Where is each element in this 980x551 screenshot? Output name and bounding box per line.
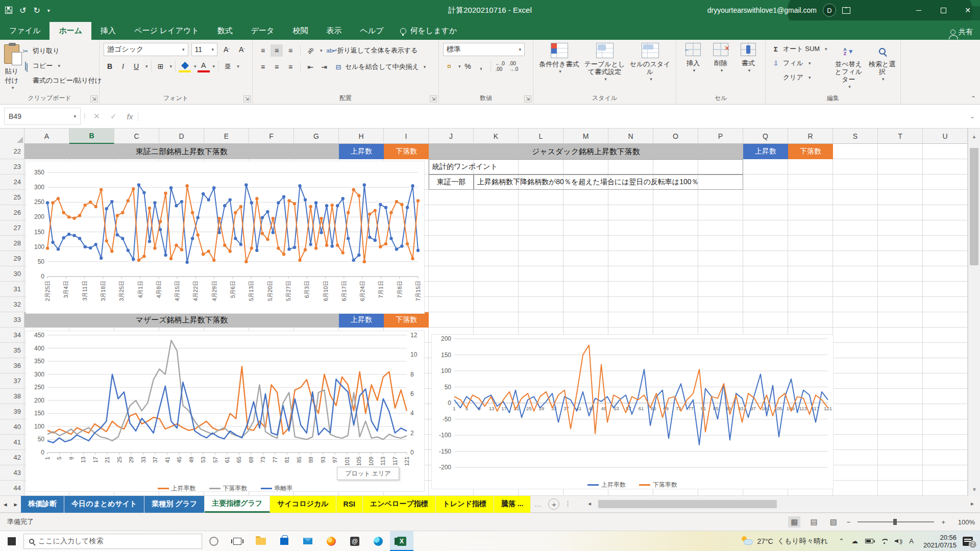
column-header-S[interactable]: S xyxy=(833,129,878,144)
sheet-tab-サイコロジカル[interactable]: サイコロジカル xyxy=(270,496,336,513)
vertical-scroll-thumb[interactable] xyxy=(970,148,978,265)
format-as-table-button[interactable]: テーブルとして書式設定▾ xyxy=(583,43,626,93)
minimize-button[interactable]: ─ xyxy=(906,0,931,20)
column-header-R[interactable]: R xyxy=(788,129,833,144)
restore-button[interactable] xyxy=(931,0,955,20)
row-header-29[interactable]: 29 xyxy=(0,251,24,266)
taskbar-clock[interactable]: 20:56 2021/07/15 xyxy=(917,534,963,549)
task-view-button[interactable] xyxy=(226,531,249,551)
row-header-31[interactable]: 31 xyxy=(0,282,24,297)
italic-button[interactable]: I xyxy=(117,60,129,72)
ribbon-display-options-icon[interactable] xyxy=(842,7,850,14)
font-dialog-launcher-icon[interactable]: ⇲ xyxy=(243,95,251,103)
normal-view-icon[interactable]: ▦ xyxy=(788,516,800,528)
paste-button[interactable]: 貼り付け ▾ xyxy=(4,43,19,92)
row-header-42[interactable]: 42 xyxy=(0,450,24,465)
accounting-format-icon[interactable]: ¤ xyxy=(443,60,455,72)
ribbon-tab-数式[interactable]: 数式 xyxy=(208,22,242,40)
firefox-button[interactable] xyxy=(320,531,343,551)
horizontal-scrollbar[interactable] xyxy=(593,499,966,509)
vertical-scrollbar[interactable]: ▼ xyxy=(968,144,980,496)
name-box[interactable]: B49▾ xyxy=(4,108,81,125)
sheet-tab-今日のまとめサイト[interactable]: 今日のまとめサイト xyxy=(64,496,144,513)
page-break-view-icon[interactable]: ▧ xyxy=(827,516,840,528)
clear-button[interactable]: クリア▾ xyxy=(770,71,829,84)
align-middle-icon[interactable]: ≡ xyxy=(271,44,283,57)
column-header-G[interactable]: G xyxy=(294,129,339,144)
app-button[interactable]: @ xyxy=(343,531,366,551)
row-header-38[interactable]: 38 xyxy=(0,389,24,404)
sort-filter-button[interactable]: AZ▼ 並べ替えとフィルター▾ xyxy=(835,43,863,93)
align-right-icon[interactable]: ≡ xyxy=(284,61,297,73)
increase-decimal-icon[interactable]: ←.0.00 xyxy=(494,60,506,72)
chart-jasdaq-rate[interactable]: -200-150-100-500501001502001591317212529… xyxy=(431,334,834,489)
confirm-entry-icon[interactable]: ✓ xyxy=(105,112,122,121)
taskbar-search[interactable]: ここに入力して検索 xyxy=(23,534,202,549)
horizontal-scroll-thumb[interactable] xyxy=(598,500,777,508)
ribbon-tab-表示[interactable]: 表示 xyxy=(317,22,351,40)
sheet-nav-right-icon[interactable]: ▸ xyxy=(11,500,21,508)
zoom-in-icon[interactable]: + xyxy=(941,518,945,526)
store-button[interactable] xyxy=(273,531,296,551)
sheet-tab-トレンド指標[interactable]: トレンド指標 xyxy=(436,496,494,513)
row-header-26[interactable]: 26 xyxy=(0,205,24,220)
row-header-24[interactable]: 24 xyxy=(0,174,24,190)
wrap-text-button[interactable]: ab↵折り返して全体を表示する xyxy=(324,44,421,57)
conditional-formatting-button[interactable]: 条件付き書式▾ xyxy=(537,43,581,93)
column-header-P[interactable]: P xyxy=(698,129,743,144)
merge-center-button[interactable]: ⊟セルを結合して中央揃え▾ xyxy=(332,60,428,73)
row-header-23[interactable]: 23 xyxy=(0,159,24,174)
column-header-T[interactable]: T xyxy=(878,129,923,144)
insert-function-icon[interactable]: fx xyxy=(122,112,139,121)
avatar[interactable]: D xyxy=(823,4,836,17)
sheet-tab-業種別 グラフ[interactable]: 業種別 グラフ xyxy=(144,496,205,513)
fill-color-icon[interactable] xyxy=(179,60,191,72)
cell-mothers-title[interactable]: マザーズ銘柄上昇数下落数 xyxy=(24,312,339,328)
page-layout-view-icon[interactable]: ▤ xyxy=(807,516,820,528)
file-explorer-button[interactable] xyxy=(249,531,273,551)
ribbon-tab-データ[interactable]: データ xyxy=(242,22,284,40)
column-header-U[interactable]: U xyxy=(923,129,968,144)
sheet-tab-主要指標グラフ[interactable]: 主要指標グラフ xyxy=(205,496,270,513)
column-header-L[interactable]: L xyxy=(519,129,564,144)
row-header-22[interactable]: 22 xyxy=(0,144,24,159)
zoom-slider-thumb[interactable] xyxy=(893,519,897,525)
number-format-combo[interactable]: 標準▾ xyxy=(443,43,525,56)
font-size-combo[interactable]: 11▾ xyxy=(191,43,217,56)
cell-up-badge-1[interactable]: 上昇数 xyxy=(339,144,384,159)
format-painter-button[interactable]: 書式のコピー/貼り付け xyxy=(19,74,104,87)
cell-styles-button[interactable]: セルのスタイル▾ xyxy=(628,43,672,93)
row-header-30[interactable]: 30 xyxy=(0,266,24,282)
scroll-right-icon[interactable]: ▸ xyxy=(971,500,974,507)
ribbon-tab-校閲[interactable]: 校閲 xyxy=(283,22,317,40)
align-left-icon[interactable]: ≡ xyxy=(257,61,269,73)
column-header-A[interactable]: A xyxy=(24,129,69,144)
increase-font-icon[interactable]: Aˆ xyxy=(220,43,233,56)
column-header-B[interactable]: B xyxy=(69,129,114,144)
row-header-37[interactable]: 37 xyxy=(0,373,24,389)
align-center-icon[interactable]: ≡ xyxy=(271,61,283,73)
sheet-nav-left-icon[interactable]: ◂ xyxy=(0,500,11,508)
sheet-grid[interactable]: 2223242526272829303132333435363738394041… xyxy=(0,144,980,496)
column-header-D[interactable]: D xyxy=(159,129,204,144)
cut-button[interactable]: ✂切り取り xyxy=(19,45,104,57)
action-center-icon[interactable]: 2 xyxy=(963,537,973,546)
zoom-slider[interactable] xyxy=(857,521,934,522)
ribbon-tab-ホーム[interactable]: ホーム xyxy=(50,22,91,40)
comma-style-icon[interactable]: , xyxy=(475,60,487,72)
scroll-down-icon[interactable]: ▼ xyxy=(968,483,980,496)
decrease-font-icon[interactable]: Aˇ xyxy=(236,43,248,56)
cell-onepoint-box[interactable]: 統計的ワンポイント xyxy=(429,159,743,174)
column-header-O[interactable]: O xyxy=(653,129,698,144)
cancel-entry-icon[interactable]: ✕ xyxy=(88,112,105,121)
tray-expand-icon[interactable]: ⌃ xyxy=(835,537,848,545)
row-header-44[interactable]: 44 xyxy=(0,481,24,496)
cortana-button[interactable] xyxy=(202,531,226,551)
cell-down-badge-3[interactable]: 下落数 xyxy=(384,312,429,328)
cell-tosho1-label[interactable]: 東証一部 xyxy=(429,174,474,190)
clipboard-dialog-launcher-icon[interactable]: ⇲ xyxy=(90,95,97,103)
share-button[interactable]: 共有 xyxy=(950,28,973,37)
column-header-I[interactable]: I xyxy=(384,129,429,144)
row-header-27[interactable]: 27 xyxy=(0,220,24,236)
edge-button[interactable] xyxy=(366,531,390,551)
